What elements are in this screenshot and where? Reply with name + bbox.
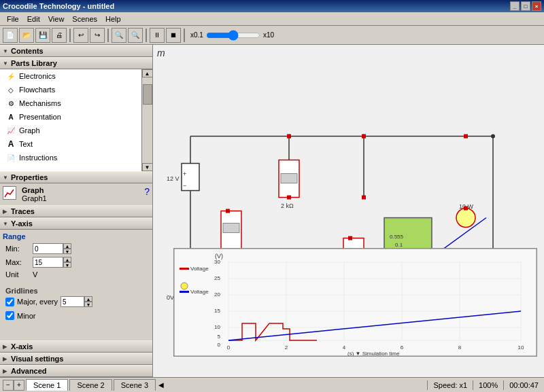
major-up-button[interactable]: ▲ [84, 296, 92, 302]
scene-tab-3[interactable]: Scene 3 [114, 379, 156, 391]
svg-rect-16 [223, 224, 239, 233]
max-spinner: ▲ ▼ [63, 257, 71, 268]
parts-item-text[interactable]: A Text [0, 137, 141, 151]
scroll-down-button[interactable]: ▼ [142, 163, 153, 171]
scene-tab-2[interactable]: Scene 2 [69, 379, 112, 391]
redo-button[interactable]: ↪ [90, 28, 105, 43]
min-input[interactable] [33, 243, 63, 254]
minimize-button[interactable]: _ [510, 1, 520, 11]
xaxis-header[interactable]: X-axis [0, 340, 152, 353]
graph-svg: (V) 30 25 20 15 [174, 249, 537, 356]
zoom-out-button[interactable]: 🔍 [128, 28, 143, 43]
scene-arrow[interactable]: ◀ [158, 381, 164, 389]
major-down-button[interactable]: ▼ [84, 302, 92, 307]
props-content: Range Min: ▲ ▼ Max: [0, 230, 152, 340]
new-button[interactable]: 📄 [3, 28, 18, 43]
status-sep-1 [427, 380, 428, 390]
major-checkbox[interactable] [5, 298, 14, 306]
svg-rect-37 [226, 209, 230, 213]
scroll-up-button[interactable]: ▲ [142, 69, 153, 77]
help-button[interactable]: ? [144, 186, 150, 197]
svg-text:4: 4 [343, 344, 346, 351]
open-button[interactable]: 📂 [19, 28, 34, 43]
svg-text:0: 0 [218, 342, 221, 348]
traces-header[interactable]: Traces [0, 205, 152, 217]
flowcharts-icon: ◇ [5, 84, 16, 95]
menu-edit[interactable]: Edit [23, 14, 44, 24]
electronics-icon: ⚡ [5, 71, 16, 82]
toolbar-separator-3 [146, 29, 147, 42]
visual-settings-header[interactable]: Visual settings [0, 353, 152, 365]
presentation-icon: A [5, 111, 16, 122]
status-sep-2 [473, 380, 473, 390]
toolbar-separator-1 [69, 29, 71, 42]
parts-item-instructions[interactable]: 📄 Instructions [0, 151, 141, 164]
menu-file[interactable]: File [3, 14, 23, 24]
properties-header[interactable]: Properties [0, 171, 152, 183]
mechanisms-label: Mechanisms [19, 99, 61, 107]
min-label: Min: [5, 245, 33, 253]
parts-library-header[interactable]: Parts Library [0, 57, 152, 69]
speed-slider-input[interactable] [206, 30, 260, 41]
graph-instance-label: Graph1 [22, 194, 47, 202]
svg-rect-41 [464, 207, 468, 211]
traces-label: Traces [11, 207, 35, 215]
unit-label: Unit [5, 270, 33, 279]
graph-panel: (V) 30 25 20 15 [173, 248, 537, 357]
parts-item-flowcharts[interactable]: ◇ Flowcharts [0, 83, 141, 96]
svg-text:Voltage: Voltage [190, 289, 209, 295]
svg-text:20: 20 [214, 291, 220, 298]
canvas-area[interactable]: m 12 V + − [153, 45, 544, 377]
undo-button[interactable]: ↩ [73, 28, 88, 43]
scroll-thumb[interactable] [143, 84, 152, 105]
parts-item-graph[interactable]: 📈 Graph [0, 124, 141, 137]
time-status: 00:00:47 [509, 381, 539, 389]
scene-tab-1[interactable]: Scene 1 [26, 379, 68, 391]
min-up-button[interactable]: ▲ [63, 243, 71, 249]
svg-text:12 V: 12 V [167, 175, 180, 182]
stop-button[interactable]: ⏹ [166, 28, 181, 43]
menu-help[interactable]: Help [101, 14, 125, 24]
pause-button[interactable]: ⏸ [150, 28, 165, 43]
contents-header[interactable]: Contents [0, 45, 152, 57]
yaxis-label: Y-axis [11, 219, 33, 228]
scene-prev-button[interactable]: − [3, 380, 14, 391]
menubar: File Edit View Scenes Help [0, 12, 544, 26]
yaxis-header[interactable]: Y-axis [0, 217, 152, 230]
text-icon: A [5, 139, 16, 149]
parts-item-mechanisms[interactable]: ⚙ Mechanisms [0, 96, 141, 110]
svg-point-30 [491, 135, 495, 139]
max-up-button[interactable]: ▲ [63, 257, 71, 262]
menu-scenes[interactable]: Scenes [68, 14, 101, 24]
max-down-button[interactable]: ▼ [63, 262, 71, 268]
maximize-button[interactable]: □ [521, 1, 530, 11]
save-button[interactable]: 💾 [35, 28, 50, 43]
max-input[interactable] [33, 257, 63, 268]
main-layout: Contents Parts Library ⚡ Electronics ◇ F… [0, 45, 544, 377]
svg-text:0.555: 0.555 [390, 234, 404, 240]
properties-label: Properties [11, 173, 48, 181]
svg-text:2 kΩ: 2 kΩ [281, 202, 294, 209]
parts-item-electronics[interactable]: ⚡ Electronics [0, 69, 141, 83]
toolbar-separator-4 [184, 29, 185, 42]
minor-label: Minor [17, 312, 36, 320]
minor-checkbox[interactable] [5, 311, 14, 320]
status-bar: Speed: x1 100% 00:00:47 [164, 380, 541, 390]
major-row: Major, every ▲ ▼ [3, 296, 150, 307]
gridlines-title: Gridlines [3, 284, 150, 296]
svg-text:2: 2 [285, 344, 288, 351]
close-button[interactable]: × [532, 1, 541, 11]
scene-next-button[interactable]: + [14, 380, 24, 391]
min-down-button[interactable]: ▼ [63, 249, 71, 254]
menu-view[interactable]: View [44, 14, 69, 24]
parts-item-presentation[interactable]: A Presentation [0, 110, 141, 124]
svg-rect-36 [362, 196, 366, 200]
major-input[interactable] [61, 296, 84, 307]
speed-slider: x0.1 x10 [190, 30, 274, 41]
print-button[interactable]: 🖨 [52, 28, 67, 43]
advanced-header[interactable]: Advanced [0, 365, 152, 377]
svg-text:0: 0 [227, 344, 231, 351]
zoom-in-button[interactable]: 🔍 [112, 28, 126, 43]
window-controls: _ □ × [510, 1, 541, 11]
toolbar: 📄 📂 💾 🖨 ↩ ↪ 🔍 🔍 ⏸ ⏹ x0.1 x10 [0, 26, 544, 45]
